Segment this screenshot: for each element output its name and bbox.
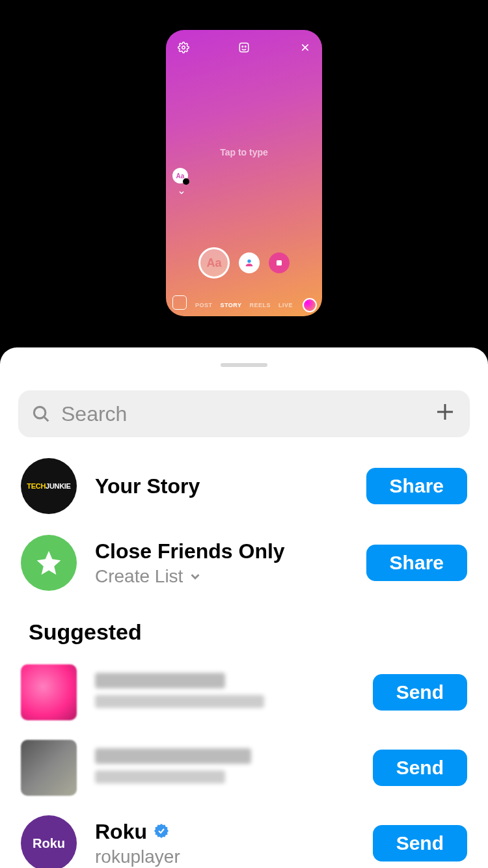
settings-icon[interactable] xyxy=(178,42,189,55)
share-sheet: TECHJUNKIE Your Story Share Close Friend… xyxy=(0,347,488,868)
svg-point-0 xyxy=(182,46,185,49)
svg-point-4 xyxy=(247,260,251,263)
sheet-grabber[interactable] xyxy=(221,363,267,367)
story-canvas[interactable]: Tap to type Aa Aa POST STORY REELS LIVE xyxy=(166,30,322,316)
svg-point-6 xyxy=(34,407,46,418)
suggested-item: Send xyxy=(0,740,488,796)
text-mode-button[interactable]: Aa xyxy=(198,247,230,278)
row-subtitle[interactable]: Create List xyxy=(95,566,348,587)
suggested-header: Suggested xyxy=(0,619,488,645)
type-prompt[interactable]: Tap to type xyxy=(166,147,322,157)
mode-selector[interactable]: POST STORY REELS LIVE xyxy=(166,302,322,308)
redacted-text xyxy=(95,770,225,783)
svg-rect-5 xyxy=(277,260,282,265)
redacted-text xyxy=(95,748,251,764)
send-button[interactable]: Send xyxy=(373,674,467,711)
redacted-text xyxy=(95,695,264,708)
chevron-down-icon xyxy=(188,569,202,584)
suggested-item: Send xyxy=(0,664,488,720)
row-subtitle: rokuplayer xyxy=(95,847,355,867)
svg-rect-1 xyxy=(239,43,249,52)
avatar: Roku xyxy=(21,815,77,868)
search-bar[interactable] xyxy=(18,390,470,437)
mode-button-1[interactable] xyxy=(239,252,260,273)
send-button[interactable]: Send xyxy=(373,825,467,861)
text-style-badge[interactable]: Aa xyxy=(172,168,188,183)
mode-button-2[interactable] xyxy=(269,252,290,273)
svg-point-2 xyxy=(242,46,243,47)
sticker-icon[interactable] xyxy=(238,42,250,55)
chevron-down-icon[interactable] xyxy=(178,189,185,198)
verified-badge-icon xyxy=(154,820,169,844)
search-input[interactable] xyxy=(61,402,423,426)
share-target-close-friends: Close Friends Only Create List Share xyxy=(0,535,488,591)
avatar xyxy=(21,740,77,796)
svg-point-3 xyxy=(245,46,247,47)
search-icon xyxy=(31,404,51,424)
avatar xyxy=(21,664,77,720)
close-icon[interactable] xyxy=(300,42,310,55)
redacted-text xyxy=(95,673,225,688)
share-button[interactable]: Share xyxy=(366,468,467,504)
story-editor-preview: Tap to type Aa Aa POST STORY REELS LIVE xyxy=(0,0,488,347)
color-picker-button[interactable] xyxy=(303,298,317,312)
mode-post[interactable]: POST xyxy=(195,302,213,308)
row-title: Your Story xyxy=(95,474,348,498)
mode-live[interactable]: LIVE xyxy=(278,302,293,308)
mode-reels[interactable]: REELS xyxy=(250,302,271,308)
mode-story[interactable]: STORY xyxy=(220,302,241,308)
row-title: Roku xyxy=(95,820,355,844)
share-target-your-story: TECHJUNKIE Your Story Share xyxy=(0,458,488,514)
add-icon[interactable] xyxy=(433,400,457,428)
avatar xyxy=(21,535,77,591)
share-button[interactable]: Share xyxy=(366,545,467,581)
row-title: Close Friends Only xyxy=(95,539,348,563)
avatar: TECHJUNKIE xyxy=(21,458,77,514)
send-button[interactable]: Send xyxy=(373,750,467,786)
suggested-item-roku: Roku Roku rokuplayer Send xyxy=(0,815,488,868)
